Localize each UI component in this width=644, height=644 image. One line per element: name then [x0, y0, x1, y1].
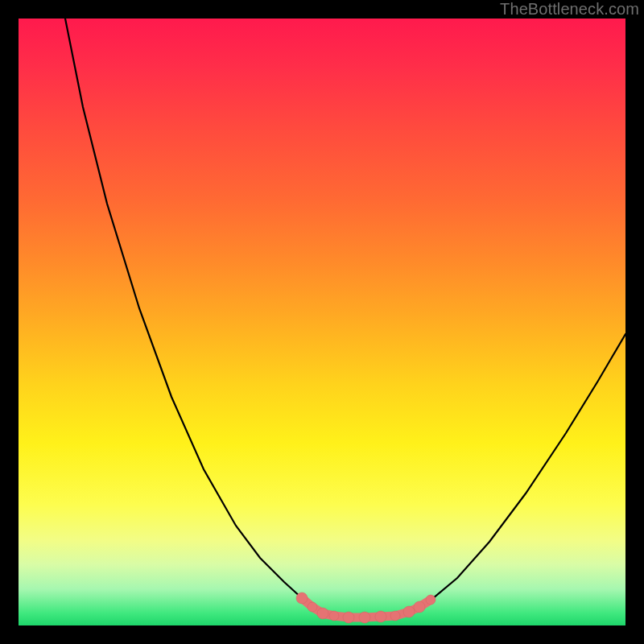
marker-group	[296, 592, 436, 623]
marker-point	[329, 611, 339, 621]
marker-point	[296, 592, 308, 604]
marker-point	[414, 601, 425, 613]
marker-point	[390, 611, 400, 621]
marker-point	[375, 611, 386, 622]
chart-frame	[19, 19, 625, 625]
marker-point	[359, 612, 370, 623]
marker-point	[317, 608, 328, 619]
marker-point	[308, 602, 317, 612]
curve-group	[65, 19, 625, 617]
watermark-text: TheBottleneck.com	[500, 0, 639, 19]
bottleneck-curve	[65, 19, 625, 617]
marker-point	[343, 612, 354, 623]
marker-point	[426, 595, 436, 605]
marker-point	[403, 606, 415, 617]
bottleneck-curve-svg	[19, 19, 625, 625]
